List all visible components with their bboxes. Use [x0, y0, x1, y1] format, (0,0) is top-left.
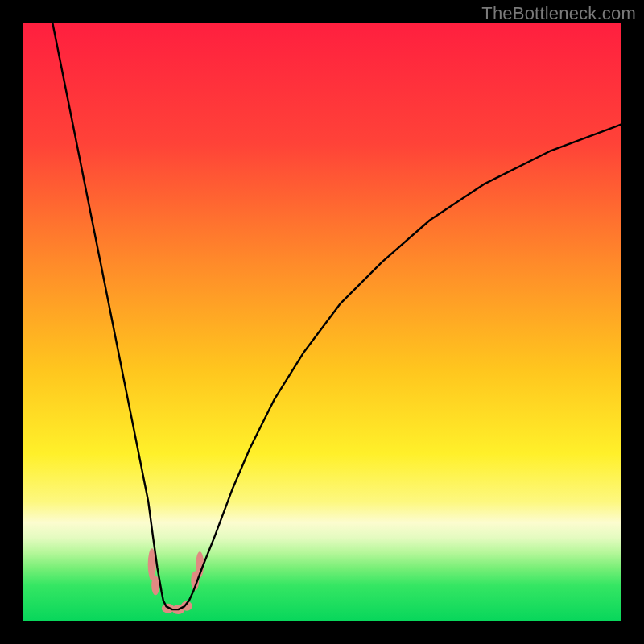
chart-frame: TheBottleneck.com: [0, 0, 644, 644]
plot-area: [23, 23, 621, 621]
curve-layer: [23, 23, 621, 621]
watermark-text: TheBottleneck.com: [481, 3, 636, 24]
bottleneck-curve: [52, 23, 621, 609]
